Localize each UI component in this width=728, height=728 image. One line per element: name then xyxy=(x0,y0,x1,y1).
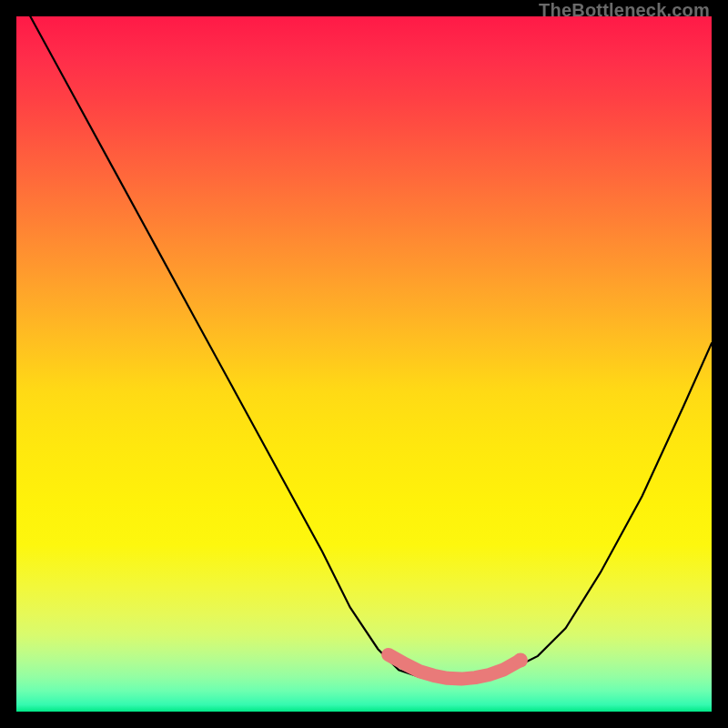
bottleneck-curve-line xyxy=(30,16,712,681)
chart-svg xyxy=(16,16,712,712)
chart-container: TheBottleneck.com xyxy=(0,0,728,728)
trough-highlight xyxy=(389,654,521,679)
watermark-text: TheBottleneck.com xyxy=(539,0,710,21)
trough-end-marker xyxy=(513,653,528,668)
